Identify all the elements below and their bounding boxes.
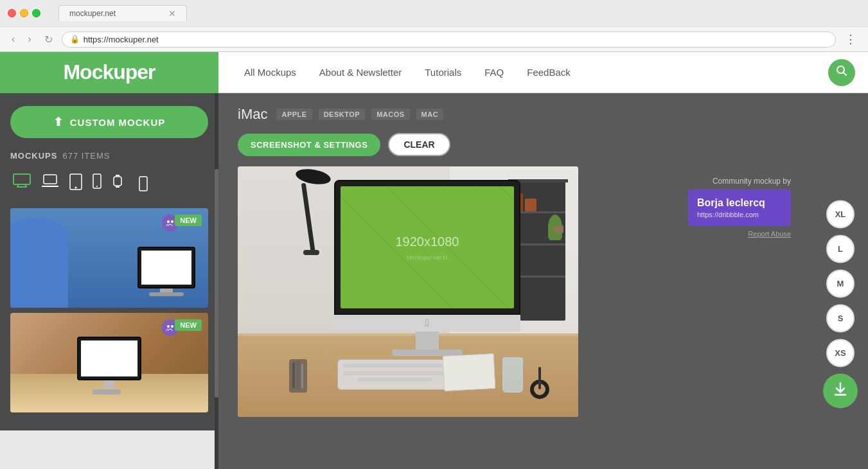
- browser-tabs: mockuper.net ✕: [58, 5, 187, 21]
- browser-titlebar: mockuper.net ✕: [0, 0, 868, 26]
- logo-text: Mockuper: [63, 60, 155, 84]
- search-header-button[interactable]: [828, 59, 855, 86]
- svg-point-16: [167, 220, 170, 223]
- size-xs-button[interactable]: XS: [826, 339, 855, 367]
- nav-links: All Mockups About & Newsletter Tutorials…: [218, 67, 828, 78]
- close-window-button[interactable]: [8, 9, 16, 17]
- nav-tutorials[interactable]: Tutorials: [425, 67, 461, 78]
- desktop-icon[interactable]: [10, 171, 33, 198]
- community-url: https://dribbble.com: [697, 211, 782, 218]
- reload-button[interactable]: ↻: [40, 32, 57, 47]
- report-abuse-link[interactable]: Report Abuse: [688, 230, 791, 238]
- action-row: SCREENSHOT & SETTINGS CLEAR: [238, 133, 829, 156]
- size-s-button[interactable]: S: [826, 304, 855, 332]
- svg-rect-15: [139, 177, 147, 191]
- tag-desktop[interactable]: DESKTOP: [319, 109, 365, 120]
- mockup-item[interactable]: NEW: [10, 313, 208, 412]
- browser-menu-button[interactable]: ⋮: [841, 31, 860, 48]
- traffic-lights: [8, 9, 40, 17]
- logo-area: Mockuper: [0, 52, 218, 93]
- svg-rect-6: [44, 175, 57, 184]
- tag-macos[interactable]: MACOS: [371, 109, 409, 120]
- forward-button[interactable]: ›: [24, 32, 35, 46]
- minimize-window-button[interactable]: [20, 9, 28, 17]
- download-button[interactable]: [823, 373, 858, 408]
- mockups-count: 677 ITEMS: [62, 151, 110, 161]
- watermark-text: Mockuper.net M: [407, 254, 448, 261]
- mockup-canvas: 1920x1080 Mockuper.net M : [238, 166, 578, 417]
- svg-line-1: [844, 73, 847, 76]
- size-m-button[interactable]: M: [826, 269, 855, 297]
- nav-faq[interactable]: FAQ: [484, 67, 504, 78]
- svg-point-19: [171, 325, 173, 328]
- address-bar[interactable]: 🔒: [62, 31, 836, 48]
- device-icons-row: [10, 171, 208, 198]
- size-l-button[interactable]: L: [826, 234, 855, 263]
- tag-mac[interactable]: MAC: [416, 109, 444, 120]
- custom-mockup-button[interactable]: ⬆ CUSTOM MOCKUP: [10, 106, 208, 138]
- browser-tab[interactable]: mockuper.net ✕: [58, 5, 187, 21]
- svg-rect-12: [114, 177, 121, 186]
- tag-apple[interactable]: APPLE: [276, 109, 312, 120]
- svg-point-9: [75, 187, 77, 189]
- custom-mockup-label: CUSTOM MOCKUP: [70, 117, 166, 128]
- mockups-label-row: MOCKUPS 677 ITEMS: [10, 151, 208, 161]
- community-by-label: Community mockup by: [688, 177, 791, 186]
- tab-close-icon[interactable]: ✕: [168, 8, 176, 19]
- svg-rect-2: [13, 174, 30, 184]
- phone-icon[interactable]: [90, 171, 104, 198]
- content-area: iMac APPLE DESKTOP MACOS MAC SCREENSHOT …: [218, 93, 868, 469]
- portrait-icon[interactable]: [136, 173, 150, 198]
- screenshot-settings-button[interactable]: SCREENSHOT & SETTINGS: [238, 134, 380, 156]
- community-card[interactable]: Borja leclercq https://dribbble.com: [688, 190, 791, 226]
- browser-chrome: mockuper.net ✕ ‹ › ↻ 🔒 ⋮: [0, 0, 868, 52]
- resolution-text: 1920x1080: [396, 234, 459, 249]
- mockups-label-text: MOCKUPS: [10, 151, 57, 161]
- upload-icon: ⬆: [53, 115, 64, 129]
- download-icon: [833, 382, 847, 400]
- sidebar-wrapper: ⬆ CUSTOM MOCKUP MOCKUPS 677 ITEMS: [0, 93, 218, 469]
- new-badge: NEW: [175, 215, 202, 226]
- clear-button[interactable]: CLEAR: [388, 133, 450, 156]
- maximize-window-button[interactable]: [32, 9, 40, 17]
- mockup-title: iMac: [238, 106, 267, 123]
- search-icon: [836, 65, 847, 80]
- mockup-header: iMac APPLE DESKTOP MACOS MAC: [238, 106, 829, 123]
- nav-all-mockups[interactable]: All Mockups: [244, 67, 296, 78]
- nav-feedback[interactable]: FeedBack: [527, 67, 571, 78]
- watch-icon[interactable]: [109, 171, 126, 198]
- tablet-icon[interactable]: [67, 171, 85, 198]
- browser-toolbar: ‹ › ↻ 🔒 ⋮: [0, 26, 868, 51]
- size-buttons: XL L M S XS: [823, 200, 858, 408]
- svg-point-17: [171, 220, 173, 223]
- svg-point-18: [167, 325, 170, 328]
- svg-point-11: [96, 186, 98, 187]
- community-author-name: Borja leclercq: [697, 197, 782, 209]
- main-content: ⬆ CUSTOM MOCKUP MOCKUPS 677 ITEMS: [0, 93, 868, 469]
- lock-icon: 🔒: [70, 35, 80, 44]
- size-xl-button[interactable]: XL: [826, 200, 855, 228]
- app-wrapper: Mockuper All Mockups About & Newsletter …: [0, 52, 868, 469]
- header: Mockuper All Mockups About & Newsletter …: [0, 52, 868, 93]
- sidebar: ⬆ CUSTOM MOCKUP MOCKUPS 677 ITEMS: [0, 93, 218, 430]
- new-badge: NEW: [175, 319, 202, 331]
- laptop-icon[interactable]: [39, 171, 62, 198]
- url-input[interactable]: [84, 35, 828, 44]
- mockup-preview: 1920x1080 Mockuper.net M : [238, 166, 578, 417]
- back-button[interactable]: ‹: [8, 32, 19, 46]
- community-panel: Community mockup by Borja leclercq https…: [688, 177, 791, 238]
- nav-about[interactable]: About & Newsletter: [319, 67, 402, 78]
- mockup-item[interactable]: NEW: [10, 208, 208, 308]
- tab-title: mockuper.net: [69, 9, 116, 18]
